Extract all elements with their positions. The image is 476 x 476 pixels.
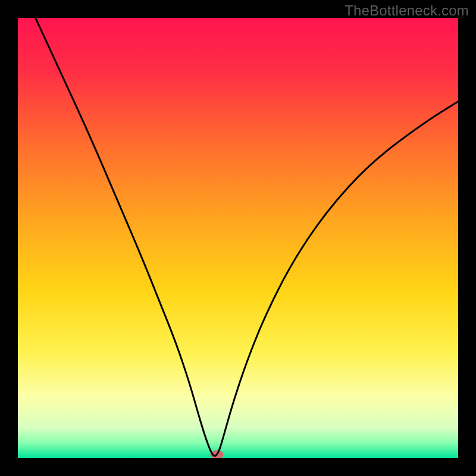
bottleneck-chart bbox=[0, 0, 476, 476]
gradient-background bbox=[18, 18, 458, 458]
chart-frame: TheBottleneck.com bbox=[0, 0, 476, 476]
watermark-text: TheBottleneck.com bbox=[345, 2, 469, 19]
